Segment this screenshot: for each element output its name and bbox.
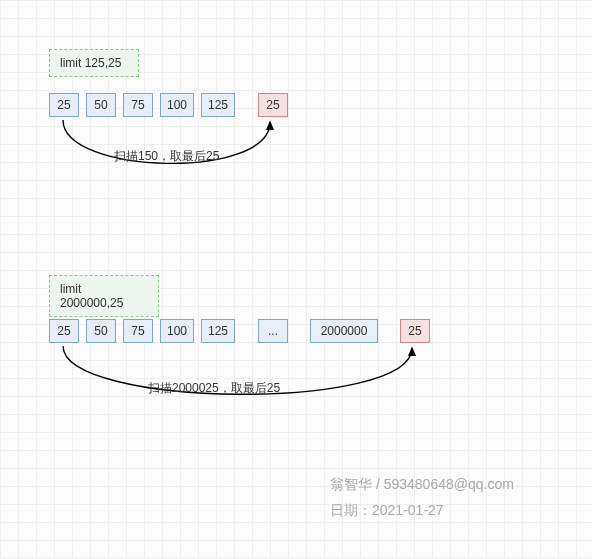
arrow-1	[0, 0, 592, 250]
scan-box: 100	[160, 319, 194, 343]
scan-box: 75	[123, 93, 153, 117]
scan-box: 50	[86, 93, 116, 117]
scan-box: 25	[49, 93, 79, 117]
scan-box: 25	[49, 319, 79, 343]
scan-box: 125	[201, 93, 235, 117]
scan-box: 75	[123, 319, 153, 343]
scan-box: 125	[201, 319, 235, 343]
result-box-1: 25	[258, 93, 288, 117]
credit-date: 日期：2021-01-27	[330, 502, 444, 520]
result-box-2: 25	[400, 319, 430, 343]
caption-2: 扫描2000025，取最后25	[148, 380, 280, 397]
scan-box: 50	[86, 319, 116, 343]
limit-label-2: limit 2000000,25	[49, 275, 159, 317]
credit-author: 翁智华 / 593480648@qq.com	[330, 476, 514, 494]
caption-1: 扫描150，取最后25	[114, 148, 219, 165]
scan-box: 2000000	[310, 319, 378, 343]
scan-box-ellipsis: ...	[258, 319, 288, 343]
limit-label-1: limit 125,25	[49, 49, 139, 77]
scan-box: 100	[160, 93, 194, 117]
